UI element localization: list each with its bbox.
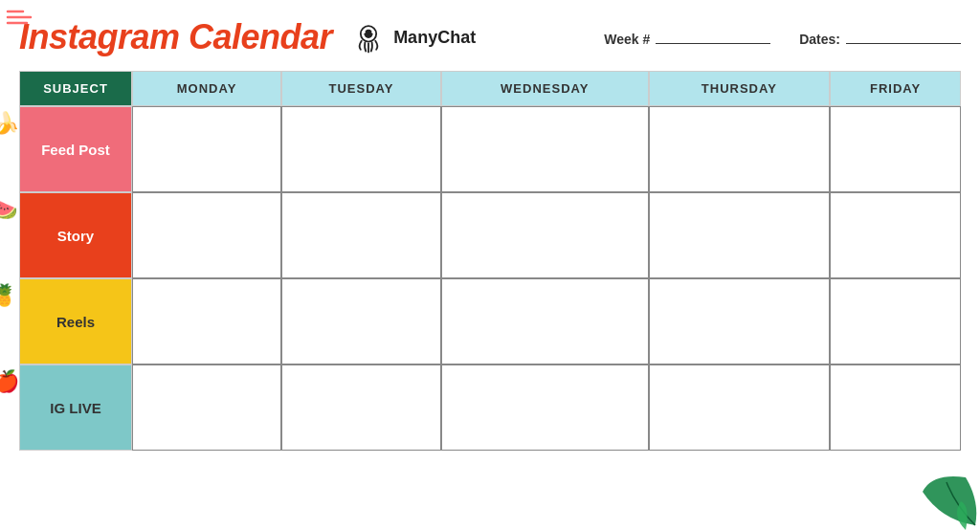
header-row: SUBJECT MONDAY TUESDAY WEDNESDAY THURSDA… — [19, 71, 961, 106]
ig-live-friday[interactable] — [830, 364, 961, 451]
svg-point-6 — [371, 31, 374, 33]
feed-post-wednesday[interactable] — [441, 106, 649, 192]
ig-live-row: 🍎 IG LIVE — [19, 364, 961, 451]
tuesday-header: TUESDAY — [281, 71, 441, 106]
svg-point-4 — [365, 30, 373, 38]
table-body: 🍌 Feed Post 🍉 Story — [19, 106, 961, 451]
logo-area: ManyChat — [349, 18, 476, 56]
page: Instagram Calendar ManyChat Week # — [0, 0, 980, 530]
reels-tuesday[interactable] — [281, 278, 441, 364]
story-thursday[interactable] — [649, 192, 831, 278]
banana-icon: 🍌 — [0, 113, 19, 134]
story-row: 🍉 Story — [19, 192, 961, 278]
feed-post-thursday[interactable] — [649, 106, 831, 192]
top-left-decoration — [4, 4, 34, 34]
dates-label: Dates: — [799, 32, 840, 47]
pineapple-icon: 🍍 — [0, 285, 17, 306]
story-tuesday[interactable] — [281, 192, 441, 278]
ig-live-monday[interactable] — [132, 364, 281, 451]
watermelon-icon: 🍉 — [0, 199, 17, 220]
feed-post-monday[interactable] — [132, 106, 281, 192]
page-title: Instagram Calendar — [19, 17, 332, 57]
monday-header: MONDAY — [132, 71, 281, 106]
ig-live-subject: 🍎 IG LIVE — [19, 364, 132, 451]
dates-field: Dates: — [799, 29, 961, 47]
apple-icon: 🍎 — [0, 371, 19, 392]
week-field: Week # — [604, 29, 770, 47]
calendar-table: SUBJECT MONDAY TUESDAY WEDNESDAY THURSDA… — [19, 71, 961, 451]
header: Instagram Calendar ManyChat Week # — [19, 17, 961, 57]
reels-friday[interactable] — [830, 278, 961, 364]
svg-point-5 — [363, 31, 366, 33]
thursday-header: THURSDAY — [649, 71, 831, 106]
feed-post-friday[interactable] — [830, 106, 961, 192]
ig-live-thursday[interactable] — [649, 364, 831, 451]
dates-input-line[interactable] — [846, 29, 961, 44]
manychat-logo-icon — [349, 18, 388, 56]
story-wednesday[interactable] — [441, 192, 649, 278]
logo-text: ManyChat — [393, 28, 476, 48]
reels-wednesday[interactable] — [441, 278, 649, 364]
reels-thursday[interactable] — [649, 278, 831, 364]
subject-header: SUBJECT — [19, 71, 132, 106]
week-input-line[interactable] — [656, 29, 770, 44]
ig-live-tuesday[interactable] — [281, 364, 441, 451]
wednesday-header: WEDNESDAY — [441, 71, 649, 106]
story-monday[interactable] — [132, 192, 281, 278]
ig-live-wednesday[interactable] — [441, 364, 649, 451]
friday-header: FRIDAY — [830, 71, 961, 106]
week-label: Week # — [604, 32, 650, 47]
bottom-right-leaf — [913, 463, 980, 530]
feed-post-row: 🍌 Feed Post — [19, 106, 961, 192]
story-friday[interactable] — [830, 192, 961, 278]
story-subject: 🍉 Story — [19, 192, 132, 278]
reels-row: 🍍 Reels — [19, 278, 961, 364]
reels-subject: 🍍 Reels — [19, 278, 132, 364]
feed-post-tuesday[interactable] — [281, 106, 441, 192]
feed-post-subject: 🍌 Feed Post — [19, 106, 132, 192]
reels-monday[interactable] — [132, 278, 281, 364]
table-header: SUBJECT MONDAY TUESDAY WEDNESDAY THURSDA… — [19, 71, 961, 106]
header-fields: Week # Dates: — [604, 29, 961, 47]
